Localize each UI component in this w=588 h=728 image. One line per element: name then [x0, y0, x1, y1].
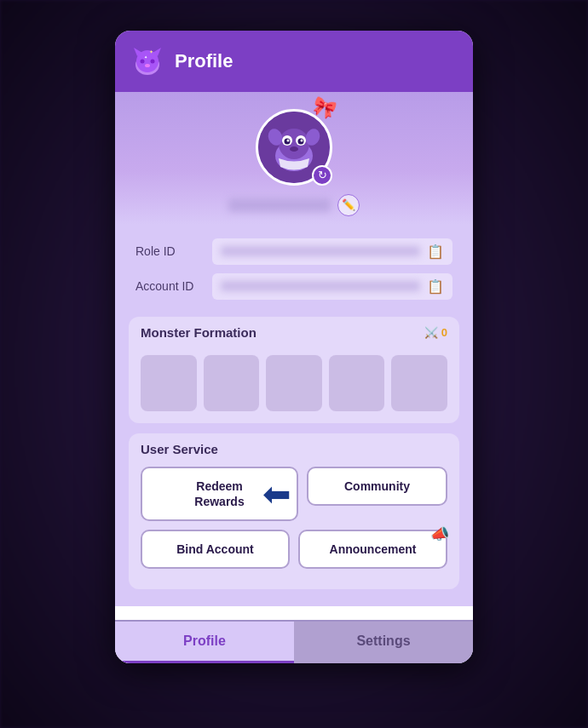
- role-id-blur: [221, 246, 420, 256]
- announcement-button[interactable]: Announcement 📣: [298, 530, 447, 569]
- announcement-label: Announcement: [330, 542, 417, 556]
- bind-account-button[interactable]: Bind Account: [141, 530, 290, 569]
- svg-point-16: [287, 139, 290, 141]
- profile-modal: ✦ ✦ Profile: [115, 31, 473, 663]
- account-id-row: Account ID 📋: [135, 273, 453, 300]
- monster-count: 0: [441, 326, 447, 339]
- tab-profile-label: Profile: [183, 633, 226, 648]
- username-row: ✏️: [228, 194, 360, 216]
- service-buttons-row-1: RedeemRewards Community ⬅: [141, 467, 447, 521]
- announcement-emoji: 📣: [430, 525, 449, 544]
- role-id-copy-icon[interactable]: 📋: [427, 244, 444, 260]
- role-id-row: Role ID 📋: [135, 238, 453, 265]
- bottom-tabs: Profile Settings: [115, 620, 473, 663]
- svg-point-4: [141, 59, 145, 63]
- role-id-label: Role ID: [135, 244, 204, 258]
- bind-account-label: Bind Account: [176, 542, 253, 556]
- monster-slot-4[interactable]: [329, 355, 385, 411]
- account-id-copy-icon[interactable]: 📋: [427, 278, 444, 295]
- tab-settings-label: Settings: [356, 633, 410, 648]
- monster-formation-card: Monster Formation ⚔️ 0: [129, 317, 459, 423]
- svg-point-11: [279, 129, 309, 159]
- modal-header: ✦ ✦ Profile: [115, 31, 473, 92]
- header-cat-icon: ✦ ✦: [129, 43, 166, 80]
- service-buttons-row-2: Bind Account Announcement 📣: [141, 530, 447, 569]
- account-id-value-wrapper: 📋: [212, 273, 453, 300]
- monster-slot-5[interactable]: [391, 355, 447, 411]
- avatar-section: 🎀 ↻ ✏️: [115, 92, 473, 225]
- svg-text:✦: ✦: [149, 49, 153, 54]
- redeem-rewards-button[interactable]: RedeemRewards: [141, 467, 298, 521]
- header-title: Profile: [175, 50, 233, 72]
- monster-slot-3[interactable]: [266, 355, 322, 411]
- tab-settings[interactable]: Settings: [294, 622, 473, 663]
- user-service-section: User Service RedeemRewards Community ⬅ B…: [129, 433, 459, 590]
- modal-body: 🎀 ↻ ✏️ Role ID 📋 Account ID 📋: [115, 92, 473, 606]
- svg-point-6: [145, 64, 150, 67]
- monster-formation-title: Monster Formation: [141, 325, 257, 340]
- account-id-blur: [221, 281, 420, 291]
- sword-icon: ⚔️: [424, 326, 438, 339]
- role-id-value-wrapper: 📋: [212, 238, 453, 265]
- username-blur: [228, 198, 331, 212]
- avatar-refresh-button[interactable]: ↻: [312, 165, 332, 186]
- user-service-title: User Service: [141, 442, 447, 456]
- monster-formation-badge: ⚔️ 0: [424, 326, 447, 339]
- community-button[interactable]: Community: [307, 467, 447, 506]
- info-section: Role ID 📋 Account ID 📋: [115, 225, 473, 307]
- monster-formation-header: Monster Formation ⚔️ 0: [129, 317, 459, 348]
- avatar-wrapper: 🎀 ↻: [256, 109, 332, 186]
- svg-text:✦: ✦: [144, 54, 147, 60]
- redeem-rewards-label: RedeemRewards: [194, 479, 244, 508]
- username-edit-button[interactable]: ✏️: [337, 194, 360, 216]
- svg-point-17: [301, 139, 303, 141]
- monster-slot-2[interactable]: [204, 355, 260, 411]
- account-id-label: Account ID: [135, 279, 204, 293]
- svg-point-5: [151, 59, 155, 63]
- tab-profile[interactable]: Profile: [115, 622, 294, 663]
- community-label: Community: [344, 479, 410, 493]
- svg-point-18: [290, 146, 298, 152]
- monster-slots-container: [129, 348, 459, 423]
- monster-slot-1[interactable]: [141, 355, 197, 411]
